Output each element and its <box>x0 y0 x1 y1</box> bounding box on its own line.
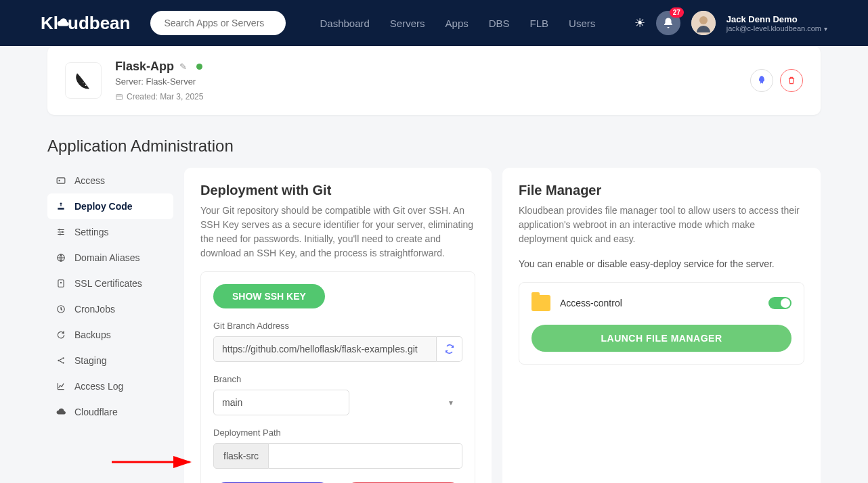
trash-icon <box>787 76 796 85</box>
edit-app-name-button[interactable]: ✎ <box>179 62 187 72</box>
fm-desc: Kloudbean provides file manager tool to … <box>519 204 804 246</box>
user-name: Jack Denn Demo <box>726 14 827 24</box>
branch-address-label: Git Branch Address <box>213 321 462 331</box>
app-title: Flask-App <box>115 60 174 74</box>
svg-point-2 <box>85 85 87 86</box>
refresh-branch-button[interactable] <box>437 336 462 362</box>
nav-apps[interactable]: Apps <box>446 18 469 29</box>
calendar-icon <box>115 93 123 101</box>
nav-links: Dashboard Servers Apps DBS FLB Users <box>320 18 595 29</box>
section-title: Application Administration <box>47 137 821 156</box>
bell-icon <box>662 17 674 29</box>
nav-dashboard[interactable]: Dashboard <box>320 18 369 29</box>
sidebar-label: SSL Certificates <box>74 278 142 289</box>
sidebar-label: Deploy Code <box>74 201 133 212</box>
sidebar-item-staging[interactable]: Staging <box>47 348 173 373</box>
search-input[interactable] <box>150 11 286 35</box>
app-icon <box>65 62 102 99</box>
svg-rect-4 <box>116 95 123 100</box>
sidebar-label: Access <box>74 175 105 186</box>
svg-point-13 <box>60 282 62 283</box>
clock-icon <box>56 304 66 314</box>
logo[interactable]: Kludbean <box>41 13 130 34</box>
sidebar-item-settings[interactable]: Settings <box>47 219 173 245</box>
sidebar-label: CronJobs <box>74 304 115 315</box>
person-card-icon <box>56 176 66 185</box>
sidebar-item-cloudflare[interactable]: Cloudflare <box>47 399 173 425</box>
sidebar-item-cron[interactable]: CronJobs <box>47 296 173 322</box>
branch-label: Branch <box>213 374 462 384</box>
svg-point-9 <box>62 231 63 233</box>
svg-point-15 <box>58 360 59 361</box>
svg-point-17 <box>62 362 64 363</box>
nav-dbs[interactable]: DBS <box>489 18 510 29</box>
sidebar-item-deploy[interactable]: Deploy Code <box>47 193 173 219</box>
globe-icon <box>56 253 66 262</box>
launch-button[interactable] <box>750 69 773 92</box>
app-server: Server: Flask-Server <box>115 76 737 87</box>
svg-rect-6 <box>57 178 65 183</box>
launch-file-manager-button[interactable]: LAUNCH FILE MANAGER <box>531 325 791 352</box>
git-deployment-panel: Deployment with Git Your Git repository … <box>184 168 492 483</box>
git-panel-title: Deployment with Git <box>200 183 475 198</box>
notifications-button[interactable]: 27 <box>656 11 680 35</box>
svg-point-1 <box>699 16 708 24</box>
show-ssh-key-button[interactable]: SHOW SSH KEY <box>213 284 325 308</box>
sidebar-label: Settings <box>74 227 109 237</box>
staging-icon <box>56 356 66 365</box>
certificate-icon <box>56 279 66 288</box>
nav-users[interactable]: Users <box>569 18 595 29</box>
fm-item-label: Access-control <box>560 298 759 308</box>
sync-icon <box>444 344 455 354</box>
svg-point-8 <box>59 229 60 230</box>
chevron-down-icon: ▾ <box>824 25 827 32</box>
svg-point-7 <box>59 180 60 181</box>
nav-flb[interactable]: FLB <box>530 18 549 29</box>
sidebar-item-accesslog[interactable]: Access Log <box>47 373 173 399</box>
deploy-icon <box>56 202 66 211</box>
svg-point-16 <box>62 357 64 359</box>
cloud-icon <box>56 407 66 417</box>
status-dot <box>196 64 202 70</box>
fm-title: File Manager <box>519 183 804 198</box>
rocket-icon <box>756 75 767 86</box>
top-header: Kludbean Dashboard Servers Apps DBS FLB … <box>0 0 868 46</box>
svg-point-3 <box>83 83 83 83</box>
svg-point-10 <box>60 233 61 235</box>
dropdown-arrow-icon: ▼ <box>448 399 454 407</box>
branch-select[interactable] <box>213 390 349 415</box>
deployment-path-input[interactable] <box>269 443 462 469</box>
path-prefix: flask-src <box>213 443 269 469</box>
delete-app-button[interactable] <box>780 69 803 92</box>
access-control-toggle[interactable] <box>768 297 791 309</box>
sidebar-label: Access Log <box>74 381 123 392</box>
deployment-path-label: Deployment Path <box>213 428 462 438</box>
sidebar-label: Cloudflare <box>74 407 118 417</box>
sidebar-item-ssl[interactable]: SSL Certificates <box>47 271 173 296</box>
git-panel-desc: Your Git repository should be compatible… <box>200 204 475 260</box>
sliders-icon <box>56 227 66 237</box>
avatar[interactable] <box>691 11 716 35</box>
app-summary-card: Flask-App ✎ Server: Flask-Server Created… <box>47 46 821 115</box>
sidebar-label: Staging <box>74 355 106 366</box>
chart-icon <box>56 382 66 391</box>
fm-note: You can enable or disable easy-deploy se… <box>519 257 804 271</box>
notification-badge: 27 <box>670 7 684 18</box>
sidebar-item-backups[interactable]: Backups <box>47 322 173 348</box>
nav-servers[interactable]: Servers <box>390 18 425 29</box>
user-menu[interactable]: Jack Denn Demo jack@c-level.kloudbean.co… <box>726 14 827 32</box>
sidebar-label: Backups <box>74 329 111 340</box>
sidebar: Access Deploy Code Settings Domain Alias… <box>47 168 173 425</box>
branch-address-input[interactable] <box>213 336 437 362</box>
sidebar-label: Domain Aliases <box>74 252 140 263</box>
app-created: Created: Mar 3, 2025 <box>115 92 737 101</box>
sidebar-item-domains[interactable]: Domain Aliases <box>47 245 173 271</box>
theme-toggle-icon[interactable]: ☀ <box>634 16 645 30</box>
sidebar-item-access[interactable]: Access <box>47 168 173 193</box>
user-email: jack@c-level.kloudbean.com▾ <box>726 24 827 32</box>
file-manager-panel: File Manager Kloudbean provides file man… <box>502 168 821 483</box>
refresh-icon <box>56 330 66 340</box>
folder-icon <box>531 295 550 311</box>
